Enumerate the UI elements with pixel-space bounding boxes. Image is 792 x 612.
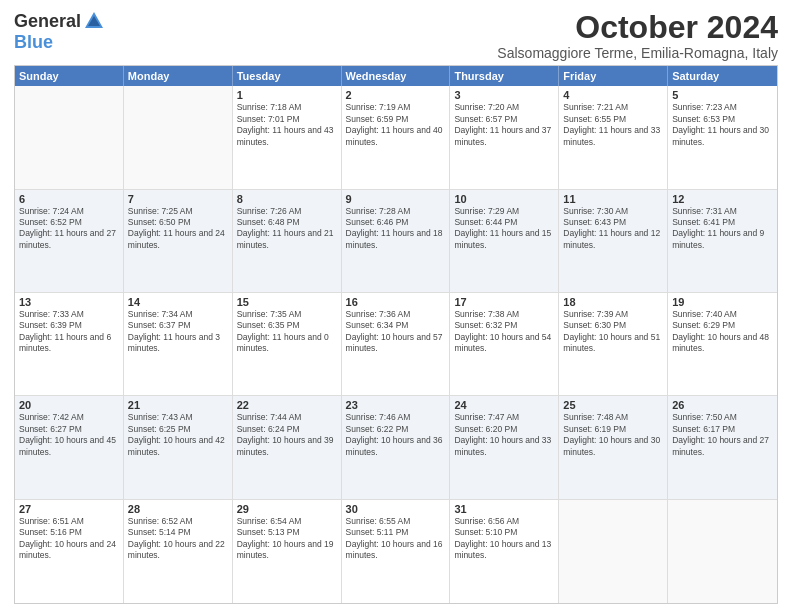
cell-info: Sunrise: 6:51 AMSunset: 5:16 PMDaylight:…	[19, 516, 119, 562]
calendar-row-4: 27Sunrise: 6:51 AMSunset: 5:16 PMDayligh…	[15, 500, 777, 603]
day-number: 2	[346, 89, 446, 101]
cell-info: Sunrise: 7:47 AMSunset: 6:20 PMDaylight:…	[454, 412, 554, 458]
day-number: 20	[19, 399, 119, 411]
calendar-cell: 26Sunrise: 7:50 AMSunset: 6:17 PMDayligh…	[668, 396, 777, 498]
cell-info: Sunrise: 7:23 AMSunset: 6:53 PMDaylight:…	[672, 102, 773, 148]
day-number: 12	[672, 193, 773, 205]
cell-info: Sunrise: 7:29 AMSunset: 6:44 PMDaylight:…	[454, 206, 554, 252]
cell-info: Sunrise: 7:33 AMSunset: 6:39 PMDaylight:…	[19, 309, 119, 355]
day-number: 7	[128, 193, 228, 205]
calendar-row-2: 13Sunrise: 7:33 AMSunset: 6:39 PMDayligh…	[15, 293, 777, 396]
cell-info: Sunrise: 7:48 AMSunset: 6:19 PMDaylight:…	[563, 412, 663, 458]
day-number: 11	[563, 193, 663, 205]
day-number: 18	[563, 296, 663, 308]
header-day-saturday: Saturday	[668, 66, 777, 86]
calendar-cell: 20Sunrise: 7:42 AMSunset: 6:27 PMDayligh…	[15, 396, 124, 498]
month-title: October 2024	[497, 10, 778, 45]
day-number: 10	[454, 193, 554, 205]
cell-info: Sunrise: 7:44 AMSunset: 6:24 PMDaylight:…	[237, 412, 337, 458]
title-section: October 2024 Salsomaggiore Terme, Emilia…	[497, 10, 778, 61]
day-number: 9	[346, 193, 446, 205]
day-number: 25	[563, 399, 663, 411]
cell-info: Sunrise: 7:28 AMSunset: 6:46 PMDaylight:…	[346, 206, 446, 252]
day-number: 28	[128, 503, 228, 515]
day-number: 14	[128, 296, 228, 308]
day-number: 19	[672, 296, 773, 308]
cell-info: Sunrise: 7:30 AMSunset: 6:43 PMDaylight:…	[563, 206, 663, 252]
cell-info: Sunrise: 7:43 AMSunset: 6:25 PMDaylight:…	[128, 412, 228, 458]
calendar-cell	[559, 500, 668, 603]
calendar-body: 1Sunrise: 7:18 AMSunset: 7:01 PMDaylight…	[15, 86, 777, 603]
cell-info: Sunrise: 7:46 AMSunset: 6:22 PMDaylight:…	[346, 412, 446, 458]
calendar-cell: 30Sunrise: 6:55 AMSunset: 5:11 PMDayligh…	[342, 500, 451, 603]
header-day-monday: Monday	[124, 66, 233, 86]
cell-info: Sunrise: 7:19 AMSunset: 6:59 PMDaylight:…	[346, 102, 446, 148]
calendar-cell: 27Sunrise: 6:51 AMSunset: 5:16 PMDayligh…	[15, 500, 124, 603]
day-number: 16	[346, 296, 446, 308]
calendar-cell: 29Sunrise: 6:54 AMSunset: 5:13 PMDayligh…	[233, 500, 342, 603]
calendar-cell: 16Sunrise: 7:36 AMSunset: 6:34 PMDayligh…	[342, 293, 451, 395]
cell-info: Sunrise: 6:56 AMSunset: 5:10 PMDaylight:…	[454, 516, 554, 562]
calendar-cell	[15, 86, 124, 188]
cell-info: Sunrise: 7:24 AMSunset: 6:52 PMDaylight:…	[19, 206, 119, 252]
calendar-cell: 21Sunrise: 7:43 AMSunset: 6:25 PMDayligh…	[124, 396, 233, 498]
day-number: 29	[237, 503, 337, 515]
calendar-cell: 5Sunrise: 7:23 AMSunset: 6:53 PMDaylight…	[668, 86, 777, 188]
day-number: 8	[237, 193, 337, 205]
cell-info: Sunrise: 7:25 AMSunset: 6:50 PMDaylight:…	[128, 206, 228, 252]
calendar-cell: 1Sunrise: 7:18 AMSunset: 7:01 PMDaylight…	[233, 86, 342, 188]
cell-info: Sunrise: 7:38 AMSunset: 6:32 PMDaylight:…	[454, 309, 554, 355]
cell-info: Sunrise: 7:31 AMSunset: 6:41 PMDaylight:…	[672, 206, 773, 252]
header-day-thursday: Thursday	[450, 66, 559, 86]
day-number: 27	[19, 503, 119, 515]
calendar-cell: 15Sunrise: 7:35 AMSunset: 6:35 PMDayligh…	[233, 293, 342, 395]
calendar-cell: 31Sunrise: 6:56 AMSunset: 5:10 PMDayligh…	[450, 500, 559, 603]
cell-info: Sunrise: 7:39 AMSunset: 6:30 PMDaylight:…	[563, 309, 663, 355]
cell-info: Sunrise: 7:26 AMSunset: 6:48 PMDaylight:…	[237, 206, 337, 252]
day-number: 1	[237, 89, 337, 101]
day-number: 26	[672, 399, 773, 411]
calendar-cell: 23Sunrise: 7:46 AMSunset: 6:22 PMDayligh…	[342, 396, 451, 498]
day-number: 15	[237, 296, 337, 308]
calendar-cell: 2Sunrise: 7:19 AMSunset: 6:59 PMDaylight…	[342, 86, 451, 188]
calendar-cell: 19Sunrise: 7:40 AMSunset: 6:29 PMDayligh…	[668, 293, 777, 395]
calendar-row-3: 20Sunrise: 7:42 AMSunset: 6:27 PMDayligh…	[15, 396, 777, 499]
day-number: 13	[19, 296, 119, 308]
calendar-cell: 28Sunrise: 6:52 AMSunset: 5:14 PMDayligh…	[124, 500, 233, 603]
day-number: 21	[128, 399, 228, 411]
calendar-cell: 3Sunrise: 7:20 AMSunset: 6:57 PMDaylight…	[450, 86, 559, 188]
day-number: 5	[672, 89, 773, 101]
calendar-row-0: 1Sunrise: 7:18 AMSunset: 7:01 PMDaylight…	[15, 86, 777, 189]
header-day-friday: Friday	[559, 66, 668, 86]
day-number: 17	[454, 296, 554, 308]
cell-info: Sunrise: 6:55 AMSunset: 5:11 PMDaylight:…	[346, 516, 446, 562]
calendar-cell: 18Sunrise: 7:39 AMSunset: 6:30 PMDayligh…	[559, 293, 668, 395]
day-number: 4	[563, 89, 663, 101]
day-number: 3	[454, 89, 554, 101]
calendar-cell: 12Sunrise: 7:31 AMSunset: 6:41 PMDayligh…	[668, 190, 777, 292]
cell-info: Sunrise: 7:20 AMSunset: 6:57 PMDaylight:…	[454, 102, 554, 148]
logo-icon	[83, 10, 105, 32]
calendar-cell	[124, 86, 233, 188]
calendar-cell: 7Sunrise: 7:25 AMSunset: 6:50 PMDaylight…	[124, 190, 233, 292]
day-number: 30	[346, 503, 446, 515]
cell-info: Sunrise: 7:50 AMSunset: 6:17 PMDaylight:…	[672, 412, 773, 458]
logo-blue-text: Blue	[14, 32, 53, 53]
day-number: 23	[346, 399, 446, 411]
calendar-row-1: 6Sunrise: 7:24 AMSunset: 6:52 PMDaylight…	[15, 190, 777, 293]
calendar-cell: 14Sunrise: 7:34 AMSunset: 6:37 PMDayligh…	[124, 293, 233, 395]
cell-info: Sunrise: 7:18 AMSunset: 7:01 PMDaylight:…	[237, 102, 337, 148]
day-number: 22	[237, 399, 337, 411]
calendar-cell: 8Sunrise: 7:26 AMSunset: 6:48 PMDaylight…	[233, 190, 342, 292]
day-number: 31	[454, 503, 554, 515]
cell-info: Sunrise: 7:42 AMSunset: 6:27 PMDaylight:…	[19, 412, 119, 458]
cell-info: Sunrise: 7:35 AMSunset: 6:35 PMDaylight:…	[237, 309, 337, 355]
calendar-cell: 6Sunrise: 7:24 AMSunset: 6:52 PMDaylight…	[15, 190, 124, 292]
header-day-wednesday: Wednesday	[342, 66, 451, 86]
calendar-cell: 4Sunrise: 7:21 AMSunset: 6:55 PMDaylight…	[559, 86, 668, 188]
calendar-header: SundayMondayTuesdayWednesdayThursdayFrid…	[15, 66, 777, 86]
calendar-cell	[668, 500, 777, 603]
day-number: 6	[19, 193, 119, 205]
cell-info: Sunrise: 7:34 AMSunset: 6:37 PMDaylight:…	[128, 309, 228, 355]
calendar-cell: 22Sunrise: 7:44 AMSunset: 6:24 PMDayligh…	[233, 396, 342, 498]
